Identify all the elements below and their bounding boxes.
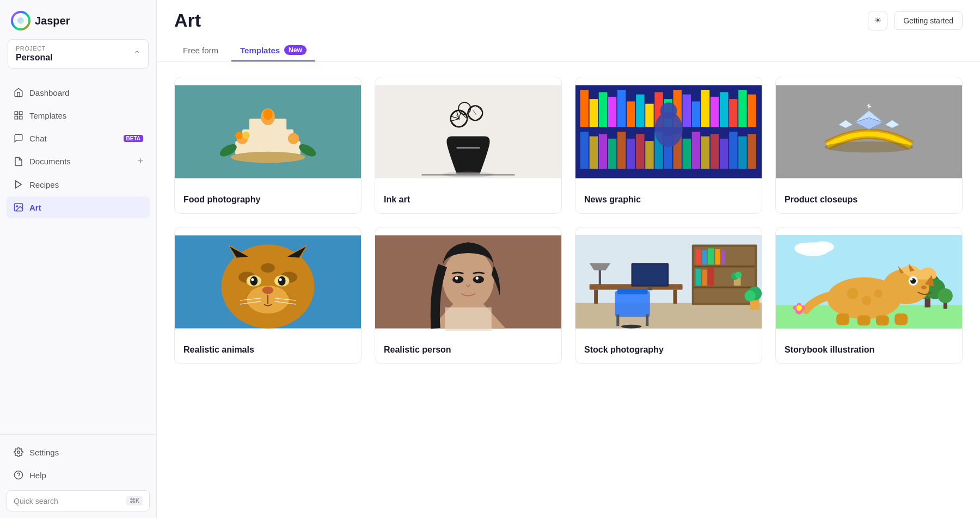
dashboard-icon xyxy=(13,87,24,98)
gallery-card-news-graphic[interactable]: News graphic xyxy=(575,77,762,214)
page-title: Art xyxy=(174,10,201,31)
nav-items: Dashboard Templates Chat BETA Documents … xyxy=(0,77,156,434)
svg-point-155 xyxy=(794,243,813,254)
svg-rect-54 xyxy=(599,134,607,169)
gallery-card-stock-photography[interactable]: Stock photography xyxy=(575,227,762,364)
svg-point-19 xyxy=(235,132,243,139)
main-content: Art ☀ Getting started Free form Template… xyxy=(157,0,980,518)
tab-templates[interactable]: Templates New xyxy=(231,40,315,61)
settings-label: Settings xyxy=(29,448,59,457)
svg-rect-49 xyxy=(729,99,737,127)
svg-rect-117 xyxy=(575,303,762,328)
gallery-card-realistic-animals[interactable]: Realistic animals xyxy=(174,227,362,364)
svg-point-141 xyxy=(621,325,642,329)
svg-rect-138 xyxy=(617,289,648,294)
svg-rect-63 xyxy=(683,139,691,169)
sidebar-item-documents[interactable]: Documents + xyxy=(7,150,150,172)
tab-free-form[interactable]: Free form xyxy=(174,40,227,61)
add-document-icon[interactable]: + xyxy=(137,156,143,167)
svg-point-172 xyxy=(911,279,912,280)
sidebar-item-dashboard[interactable]: Dashboard xyxy=(7,82,150,103)
main-header: Art ☀ Getting started xyxy=(157,0,980,31)
svg-rect-140 xyxy=(646,314,648,326)
getting-started-button[interactable]: Getting started xyxy=(894,11,963,30)
sidebar-item-help[interactable]: Help xyxy=(7,464,150,486)
svg-rect-53 xyxy=(590,137,598,169)
svg-rect-2 xyxy=(15,112,17,114)
svg-rect-57 xyxy=(627,139,635,169)
templates-icon xyxy=(13,110,24,121)
svg-point-81 xyxy=(825,141,913,153)
svg-point-164 xyxy=(862,296,871,305)
svg-point-182 xyxy=(797,305,802,311)
gallery-card-realistic-person[interactable]: Realistic person xyxy=(375,227,562,364)
news-graphic-label: News graphic xyxy=(575,186,762,213)
sidebar-item-templates[interactable]: Templates xyxy=(7,104,150,126)
svg-rect-64 xyxy=(692,132,700,169)
svg-rect-129 xyxy=(702,270,707,286)
stock-photography-label: Stock photography xyxy=(575,336,762,363)
svg-rect-36 xyxy=(608,97,616,127)
svg-rect-35 xyxy=(599,92,607,127)
jasper-logo-icon xyxy=(11,11,30,30)
realistic-person-image xyxy=(375,227,561,336)
help-icon xyxy=(13,470,24,480)
theme-toggle-button[interactable]: ☀ xyxy=(868,11,887,30)
svg-rect-58 xyxy=(636,134,644,169)
svg-rect-3 xyxy=(20,112,22,114)
svg-rect-174 xyxy=(836,313,849,325)
svg-rect-66 xyxy=(710,134,719,169)
storybook-illustration-label: Storybook illustration xyxy=(776,336,962,363)
svg-point-112 xyxy=(455,277,458,280)
settings-items: Settings Help xyxy=(7,441,150,486)
svg-rect-5 xyxy=(20,116,22,119)
svg-rect-137 xyxy=(615,291,650,317)
gallery-card-storybook-illustration[interactable]: Storybook illustration xyxy=(775,227,963,364)
gallery-card-product-closeups[interactable]: Product closeups xyxy=(775,77,963,214)
sidebar-item-chat[interactable]: Chat BETA xyxy=(7,127,150,149)
chat-icon xyxy=(13,133,24,144)
svg-rect-52 xyxy=(580,132,589,169)
quick-search-label: Quick search xyxy=(14,497,58,505)
svg-rect-68 xyxy=(729,132,737,169)
gallery-card-food-photography[interactable]: Food photography xyxy=(174,77,362,214)
food-photography-label: Food photography xyxy=(175,186,361,213)
svg-point-9 xyxy=(17,451,20,454)
svg-rect-51 xyxy=(748,95,756,127)
sidebar-item-settings[interactable]: Settings xyxy=(7,441,150,463)
product-closeups-label: Product closeups xyxy=(776,186,962,213)
svg-rect-126 xyxy=(715,249,720,264)
svg-rect-130 xyxy=(708,268,714,285)
svg-rect-37 xyxy=(617,90,626,127)
svg-rect-34 xyxy=(590,99,598,127)
svg-rect-177 xyxy=(895,313,908,325)
svg-rect-127 xyxy=(721,250,726,265)
project-chevron-icon: ⌃ xyxy=(133,49,140,59)
svg-point-173 xyxy=(921,286,927,289)
app-name: Jasper xyxy=(35,15,70,27)
svg-point-110 xyxy=(452,276,464,283)
svg-rect-45 xyxy=(692,101,700,127)
storybook-illustration-image xyxy=(776,227,962,336)
sidebar-item-recipes[interactable]: Recipes xyxy=(7,174,150,195)
quick-search[interactable]: Quick search ⌘K xyxy=(7,490,150,511)
svg-rect-145 xyxy=(632,264,667,286)
svg-rect-47 xyxy=(710,97,719,127)
svg-point-109 xyxy=(443,249,494,310)
logo: Jasper xyxy=(0,0,156,39)
templates-label: Templates xyxy=(29,111,66,120)
project-selector[interactable]: PROJECT Personal ⌃ xyxy=(8,39,149,69)
svg-point-96 xyxy=(279,278,282,281)
gallery-card-ink-art[interactable]: Ink art xyxy=(375,77,562,214)
svg-point-154 xyxy=(811,242,834,253)
svg-point-72 xyxy=(660,102,677,119)
svg-point-30 xyxy=(443,172,494,177)
ink-art-image xyxy=(375,77,561,186)
news-graphic-image xyxy=(575,77,762,186)
svg-point-21 xyxy=(288,133,299,145)
recipes-icon xyxy=(13,179,24,190)
sidebar-item-art[interactable]: Art xyxy=(7,196,150,218)
svg-rect-39 xyxy=(636,95,644,127)
gallery-grid: Food photography xyxy=(174,77,963,364)
chat-beta-badge: BETA xyxy=(124,135,143,142)
